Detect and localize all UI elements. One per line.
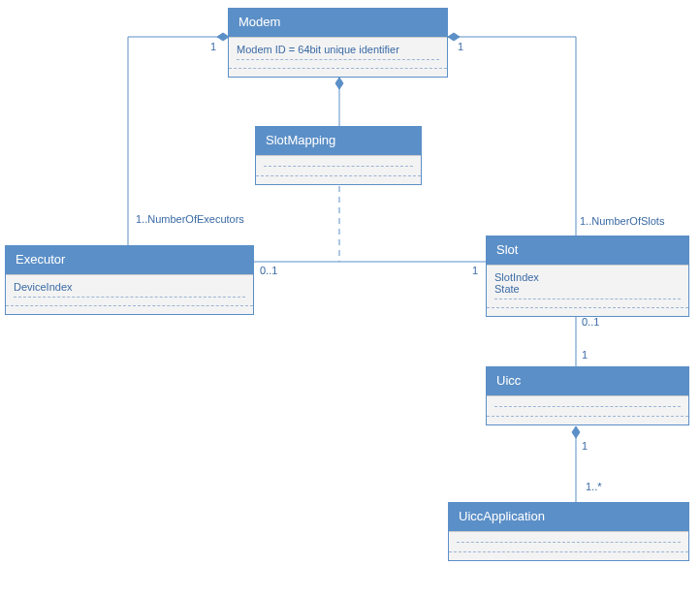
mult-exec-zeroone: 0..1	[260, 265, 277, 276]
class-uicc-title: Uicc	[487, 367, 688, 395]
mult-modem-left-one: 1	[210, 41, 216, 52]
mult-num-slots: 1..NumberOfSlots	[580, 215, 664, 227]
class-modem-title: Modem	[229, 9, 447, 37]
mult-slot-one: 1	[472, 265, 478, 276]
mult-modem-right-one: 1	[458, 41, 463, 52]
slot-attr-slotindex: SlotIndex	[494, 271, 681, 283]
modem-attr-id: Modem ID = 64bit unique identifier	[237, 44, 439, 55]
mult-uicc-one-top: 1	[582, 349, 588, 361]
class-modem: Modem Modem ID = 64bit unique identifier	[228, 8, 448, 78]
class-slotmapping: SlotMapping	[255, 126, 422, 185]
mult-uicc-one-bottom: 1	[582, 440, 588, 452]
class-slotmapping-title: SlotMapping	[256, 127, 421, 155]
slot-attr-state: State	[494, 283, 681, 295]
class-uicc: Uicc	[486, 366, 689, 425]
class-executor-title: Executor	[6, 246, 253, 274]
class-slot: Slot SlotIndex State	[486, 236, 689, 317]
class-uiccapplication-title: UiccApplication	[449, 503, 688, 531]
executor-attr-deviceindex: DeviceIndex	[14, 281, 245, 293]
mult-num-executors: 1..NumberOfExecutors	[136, 213, 244, 225]
class-executor: Executor DeviceIndex	[5, 245, 254, 315]
class-modem-attr: Modem ID = 64bit unique identifier	[229, 37, 447, 68]
mult-uiccapp-onestar: 1..*	[586, 481, 602, 492]
mult-slot-zeroone: 0..1	[582, 316, 599, 328]
class-slot-title: Slot	[487, 236, 688, 265]
class-uiccapplication: UiccApplication	[448, 502, 689, 561]
